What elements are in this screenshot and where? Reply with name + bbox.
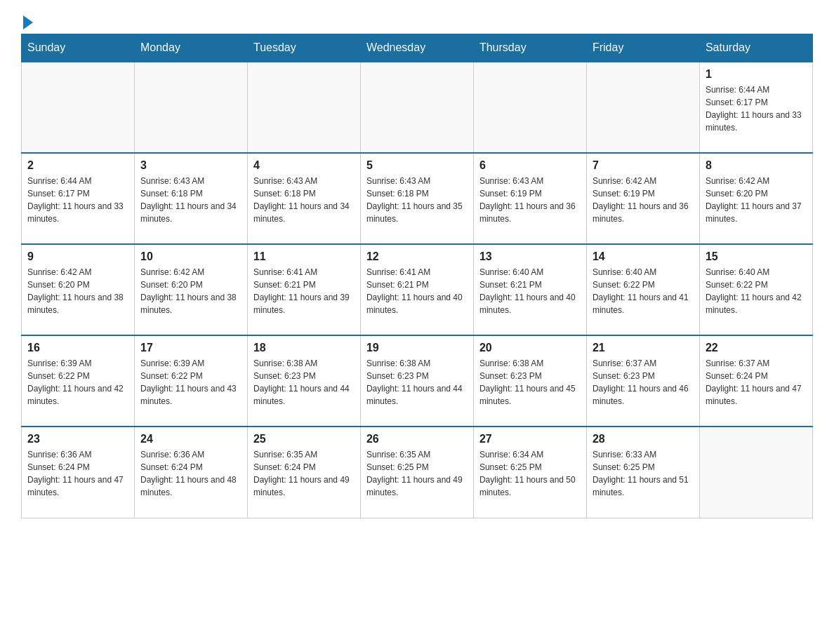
calendar-cell-3-3: 11Sunrise: 6:41 AMSunset: 6:21 PMDayligh… (247, 244, 360, 335)
weekday-header-sunday: Sunday (22, 34, 135, 62)
calendar-cell-3-7: 15Sunrise: 6:40 AMSunset: 6:22 PMDayligh… (699, 244, 812, 335)
calendar-cell-1-3 (247, 62, 360, 153)
weekday-header-saturday: Saturday (699, 34, 812, 62)
day-info: Sunrise: 6:44 AMSunset: 6:17 PMDaylight:… (27, 175, 128, 225)
day-info: Sunrise: 6:44 AMSunset: 6:17 PMDaylight:… (706, 83, 807, 134)
day-number: 6 (479, 159, 581, 172)
day-number: 19 (366, 342, 468, 354)
day-info: Sunrise: 6:43 AMSunset: 6:18 PMDaylight:… (366, 175, 468, 225)
weekday-header-tuesday: Tuesday (247, 34, 360, 62)
day-info: Sunrise: 6:35 AMSunset: 6:25 PMDaylight:… (366, 448, 468, 499)
weekday-header-friday: Friday (586, 34, 699, 62)
logo-triangle-icon (23, 15, 33, 29)
day-number: 26 (366, 433, 468, 445)
day-info: Sunrise: 6:42 AMSunset: 6:20 PMDaylight:… (27, 266, 128, 316)
day-info: Sunrise: 6:42 AMSunset: 6:19 PMDaylight:… (593, 175, 694, 225)
calendar-cell-4-2: 17Sunrise: 6:39 AMSunset: 6:22 PMDayligh… (134, 335, 247, 427)
day-info: Sunrise: 6:40 AMSunset: 6:21 PMDaylight:… (479, 266, 581, 316)
calendar-cell-3-1: 9Sunrise: 6:42 AMSunset: 6:20 PMDaylight… (22, 244, 135, 335)
day-number: 9 (27, 250, 128, 263)
day-number: 8 (706, 159, 807, 172)
day-info: Sunrise: 6:39 AMSunset: 6:22 PMDaylight:… (27, 357, 128, 408)
weekday-header-row: SundayMondayTuesdayWednesdayThursdayFrid… (22, 34, 813, 62)
day-info: Sunrise: 6:43 AMSunset: 6:18 PMDaylight:… (140, 175, 241, 225)
week-row-5: 23Sunrise: 6:36 AMSunset: 6:24 PMDayligh… (22, 427, 813, 518)
day-info: Sunrise: 6:42 AMSunset: 6:20 PMDaylight:… (140, 266, 241, 316)
calendar-cell-1-6 (586, 62, 699, 153)
day-number: 12 (366, 250, 468, 263)
calendar-cell-5-1: 23Sunrise: 6:36 AMSunset: 6:24 PMDayligh… (22, 427, 135, 518)
calendar-cell-1-4 (360, 62, 473, 153)
day-info: Sunrise: 6:38 AMSunset: 6:23 PMDaylight:… (479, 357, 581, 408)
calendar-cell-1-7: 1Sunrise: 6:44 AMSunset: 6:17 PMDaylight… (699, 62, 812, 153)
calendar-cell-5-5: 27Sunrise: 6:34 AMSunset: 6:25 PMDayligh… (473, 427, 586, 518)
calendar-cell-3-6: 14Sunrise: 6:40 AMSunset: 6:22 PMDayligh… (586, 244, 699, 335)
week-row-4: 16Sunrise: 6:39 AMSunset: 6:22 PMDayligh… (22, 335, 813, 427)
day-number: 22 (706, 342, 807, 354)
day-number: 24 (140, 433, 241, 445)
calendar-cell-5-4: 26Sunrise: 6:35 AMSunset: 6:25 PMDayligh… (360, 427, 473, 518)
calendar-cell-4-3: 18Sunrise: 6:38 AMSunset: 6:23 PMDayligh… (247, 335, 360, 427)
day-number: 5 (366, 159, 468, 172)
logo (21, 14, 33, 27)
day-info: Sunrise: 6:39 AMSunset: 6:22 PMDaylight:… (140, 357, 241, 408)
calendar-cell-4-5: 20Sunrise: 6:38 AMSunset: 6:23 PMDayligh… (473, 335, 586, 427)
day-info: Sunrise: 6:38 AMSunset: 6:23 PMDaylight:… (366, 357, 468, 408)
calendar-cell-2-5: 6Sunrise: 6:43 AMSunset: 6:19 PMDaylight… (473, 153, 586, 244)
day-info: Sunrise: 6:40 AMSunset: 6:22 PMDaylight:… (706, 266, 807, 316)
day-info: Sunrise: 6:36 AMSunset: 6:24 PMDaylight:… (140, 448, 241, 499)
week-row-3: 9Sunrise: 6:42 AMSunset: 6:20 PMDaylight… (22, 244, 813, 335)
calendar-cell-4-1: 16Sunrise: 6:39 AMSunset: 6:22 PMDayligh… (22, 335, 135, 427)
day-info: Sunrise: 6:43 AMSunset: 6:19 PMDaylight:… (479, 175, 581, 225)
calendar-cell-1-1 (22, 62, 135, 153)
day-number: 13 (479, 250, 581, 263)
calendar-cell-5-7 (699, 427, 812, 518)
day-number: 28 (593, 433, 694, 445)
calendar-cell-4-4: 19Sunrise: 6:38 AMSunset: 6:23 PMDayligh… (360, 335, 473, 427)
day-info: Sunrise: 6:38 AMSunset: 6:23 PMDaylight:… (253, 357, 355, 408)
day-number: 4 (253, 159, 355, 172)
calendar-cell-2-1: 2Sunrise: 6:44 AMSunset: 6:17 PMDaylight… (22, 153, 135, 244)
calendar-cell-3-5: 13Sunrise: 6:40 AMSunset: 6:21 PMDayligh… (473, 244, 586, 335)
day-number: 3 (140, 159, 241, 172)
calendar-cell-4-7: 22Sunrise: 6:37 AMSunset: 6:24 PMDayligh… (699, 335, 812, 427)
day-number: 7 (593, 159, 694, 172)
day-number: 21 (593, 342, 694, 354)
calendar-cell-2-3: 4Sunrise: 6:43 AMSunset: 6:18 PMDaylight… (247, 153, 360, 244)
weekday-header-monday: Monday (134, 34, 247, 62)
day-info: Sunrise: 6:33 AMSunset: 6:25 PMDaylight:… (593, 448, 694, 499)
calendar-cell-2-6: 7Sunrise: 6:42 AMSunset: 6:19 PMDaylight… (586, 153, 699, 244)
calendar-cell-5-2: 24Sunrise: 6:36 AMSunset: 6:24 PMDayligh… (134, 427, 247, 518)
calendar-cell-2-2: 3Sunrise: 6:43 AMSunset: 6:18 PMDaylight… (134, 153, 247, 244)
day-number: 14 (593, 250, 694, 263)
day-info: Sunrise: 6:40 AMSunset: 6:22 PMDaylight:… (593, 266, 694, 316)
day-info: Sunrise: 6:34 AMSunset: 6:25 PMDaylight:… (479, 448, 581, 499)
week-row-2: 2Sunrise: 6:44 AMSunset: 6:17 PMDaylight… (22, 153, 813, 244)
calendar-cell-1-2 (134, 62, 247, 153)
weekday-header-wednesday: Wednesday (360, 34, 473, 62)
day-number: 15 (706, 250, 807, 263)
day-number: 10 (140, 250, 241, 263)
calendar-cell-3-4: 12Sunrise: 6:41 AMSunset: 6:21 PMDayligh… (360, 244, 473, 335)
calendar-cell-2-7: 8Sunrise: 6:42 AMSunset: 6:20 PMDaylight… (699, 153, 812, 244)
day-info: Sunrise: 6:43 AMSunset: 6:18 PMDaylight:… (253, 175, 355, 225)
day-number: 18 (253, 342, 355, 354)
calendar-cell-3-2: 10Sunrise: 6:42 AMSunset: 6:20 PMDayligh… (134, 244, 247, 335)
day-number: 11 (253, 250, 355, 263)
calendar-cell-1-5 (473, 62, 586, 153)
week-row-1: 1Sunrise: 6:44 AMSunset: 6:17 PMDaylight… (22, 62, 813, 153)
day-number: 25 (253, 433, 355, 445)
calendar-cell-5-3: 25Sunrise: 6:35 AMSunset: 6:24 PMDayligh… (247, 427, 360, 518)
day-number: 20 (479, 342, 581, 354)
header (21, 14, 813, 27)
day-number: 27 (479, 433, 581, 445)
weekday-header-thursday: Thursday (473, 34, 586, 62)
calendar-cell-5-6: 28Sunrise: 6:33 AMSunset: 6:25 PMDayligh… (586, 427, 699, 518)
day-info: Sunrise: 6:35 AMSunset: 6:24 PMDaylight:… (253, 448, 355, 499)
day-number: 1 (706, 68, 807, 81)
day-info: Sunrise: 6:37 AMSunset: 6:24 PMDaylight:… (706, 357, 807, 408)
day-number: 2 (27, 159, 128, 172)
calendar-cell-2-4: 5Sunrise: 6:43 AMSunset: 6:18 PMDaylight… (360, 153, 473, 244)
day-info: Sunrise: 6:42 AMSunset: 6:20 PMDaylight:… (706, 175, 807, 225)
day-info: Sunrise: 6:41 AMSunset: 6:21 PMDaylight:… (366, 266, 468, 316)
